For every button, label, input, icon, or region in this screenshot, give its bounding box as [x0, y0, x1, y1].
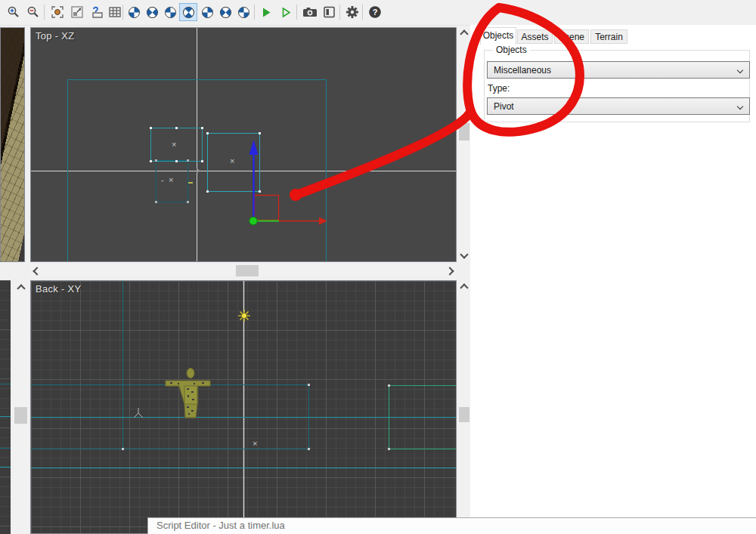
view-sphere-5-icon[interactable]	[198, 3, 216, 21]
grid-snap-icon[interactable]	[106, 3, 124, 21]
pivot-marker	[134, 408, 143, 418]
wire-line	[0, 384, 11, 384]
tab-objects[interactable]: Objects	[480, 27, 516, 45]
view-sphere-2-icon[interactable]	[143, 3, 161, 21]
toolbar-separator	[44, 5, 45, 20]
left-viewport-sliver[interactable]	[0, 280, 11, 534]
viewport-label: Top - XZ	[36, 30, 75, 42]
run-game-icon[interactable]	[257, 3, 275, 21]
viewport-label: Back - XY	[36, 283, 82, 295]
chevron-down-icon	[737, 103, 743, 110]
zoom-in-icon[interactable]	[5, 3, 23, 21]
view-sphere-3-icon[interactable]	[161, 3, 179, 21]
left-vertical-scrollbar[interactable]	[13, 280, 29, 534]
chevron-up-icon	[460, 283, 468, 292]
show-panel-icon[interactable]	[321, 3, 339, 21]
top-viewport-vertical-scrollbar[interactable]	[458, 27, 470, 262]
back-viewport-vertical-scrollbar[interactable]	[458, 280, 470, 534]
type-label: Type:	[488, 83, 510, 94]
view-sphere-4-icon[interactable]	[179, 3, 197, 21]
tab-terrain[interactable]: Terrain	[590, 29, 627, 44]
chevron-up-icon	[17, 284, 25, 292]
tab-label: Assets	[521, 32, 548, 42]
wire-line	[0, 467, 11, 468]
view-sphere-1-icon[interactable]	[125, 3, 143, 21]
tab-assets[interactable]: Assets	[517, 29, 553, 44]
zoom-out-icon[interactable]	[24, 3, 42, 21]
scale-object-icon[interactable]	[68, 3, 86, 21]
view-sphere-7-icon[interactable]	[234, 3, 253, 21]
options-gear-icon[interactable]	[343, 3, 361, 21]
frame-selection-icon[interactable]	[48, 3, 67, 21]
scroll-right-button[interactable]	[445, 264, 455, 277]
toolbar-separator	[339, 5, 340, 20]
script-editor-title: Script Editor - Just a timer.lua	[156, 520, 285, 531]
viewport-back-canvas	[31, 281, 457, 534]
objects-groupbox-label: Objects	[493, 45, 530, 55]
top-viewport-horizontal-scrollbar[interactable]	[30, 264, 457, 277]
perspective-viewport-sliver[interactable]	[0, 27, 25, 262]
wire-line	[0, 448, 11, 449]
object-cross-marker: ×	[169, 176, 173, 184]
scrollbar-thumb[interactable]	[236, 265, 259, 276]
scroll-up-button[interactable]	[458, 282, 470, 293]
toolbar-separator	[362, 5, 363, 20]
viewport-top-canvas	[31, 28, 457, 262]
objects-category-value: Miscellaneous	[494, 65, 551, 76]
viewport-back-xy[interactable]: Back - XY ×	[30, 280, 457, 534]
chevron-down-icon	[737, 67, 743, 73]
toolbar: ?	[0, 0, 756, 26]
scroll-left-button[interactable]	[32, 264, 42, 277]
object-type-value: Pivot	[494, 101, 514, 112]
render-screenshot-icon[interactable]	[301, 3, 319, 21]
viewport-top-xz[interactable]: Top - XZ × × - ×	[30, 27, 457, 262]
scrollbar-thumb[interactable]	[459, 123, 469, 140]
object-dash-marker: -	[161, 176, 164, 184]
object-cross-marker: ×	[253, 440, 257, 447]
chevron-down-icon	[460, 250, 468, 258]
toolbar-separator	[254, 5, 255, 20]
run-game-windowed-icon[interactable]	[277, 3, 295, 21]
scroll-up-button[interactable]	[458, 29, 470, 39]
chevron-right-icon	[445, 267, 454, 275]
character-model	[166, 369, 210, 418]
side-panel: Objects Assets Scene Terrain Objects Mis…	[470, 25, 756, 534]
help-icon[interactable]: ?	[366, 3, 384, 21]
scrollbar-thumb[interactable]	[459, 407, 469, 422]
editor-window: ?	[0, 0, 756, 534]
scrollbar-thumb[interactable]	[14, 407, 27, 424]
tab-label: Scene	[559, 32, 584, 42]
chevron-up-icon	[460, 29, 468, 38]
object-type-dropdown[interactable]: Pivot	[487, 97, 750, 115]
svg-text:?: ?	[373, 8, 378, 17]
wire-line	[0, 416, 11, 417]
script-editor-titlebar[interactable]: Script Editor - Just a timer.lua	[147, 517, 756, 534]
tab-scene[interactable]: Scene	[554, 29, 589, 44]
scroll-down-button[interactable]	[458, 249, 470, 260]
scroll-up-button[interactable]	[13, 283, 29, 294]
create-object-icon[interactable]	[88, 3, 106, 21]
view-sphere-6-icon[interactable]	[216, 3, 234, 21]
object-cross-marker: ×	[172, 140, 176, 148]
tab-label: Objects	[483, 30, 514, 41]
tab-label: Terrain	[595, 32, 623, 42]
object-cross-marker: ×	[230, 157, 234, 165]
toolbar-separator	[122, 5, 123, 20]
toolbar-separator	[296, 5, 297, 20]
chevron-left-icon	[33, 267, 41, 275]
objects-category-dropdown[interactable]: Miscellaneous	[487, 61, 750, 79]
